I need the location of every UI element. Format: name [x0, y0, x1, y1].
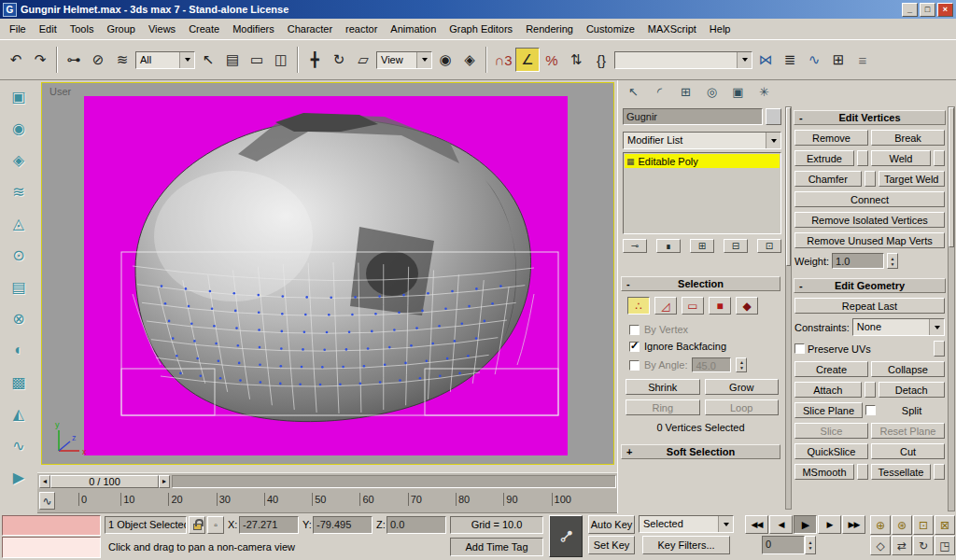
panel-scrollbar[interactable] — [785, 106, 792, 510]
grow-button[interactable]: Grow — [705, 379, 780, 395]
mini-curve-editor-button[interactable]: ∿ — [39, 492, 55, 510]
user-viewport[interactable]: User — [41, 82, 614, 465]
attach-settings-icon[interactable] — [865, 382, 876, 398]
reactor-rigid-body-collection-icon[interactable]: ▣ — [6, 86, 32, 106]
time-slider[interactable]: ◂ 0 / 100 ▸ — [37, 472, 618, 489]
menu-item[interactable]: Views — [142, 21, 182, 36]
connect-button[interactable]: Connect — [794, 191, 945, 207]
zoom-all-icon[interactable]: ⊛ — [892, 515, 912, 535]
modifier-list-dropdown[interactable]: Modifier List — [623, 132, 781, 149]
tessellate-button[interactable]: Tessellate — [871, 464, 931, 480]
panel-scrollbar[interactable] — [948, 106, 955, 511]
time-slider-right-arrow[interactable]: ▸ — [159, 475, 170, 488]
arc-rotate-icon[interactable]: ↻ — [913, 536, 934, 555]
zoom-extents-all-icon[interactable]: ⊠ — [935, 515, 955, 535]
helmet-3d-model[interactable] — [84, 96, 568, 455]
reactor-deforming-mesh-icon[interactable]: ◬ — [6, 213, 32, 233]
tab-motion[interactable]: ◎ — [702, 83, 722, 101]
menu-item[interactable]: Tools — [63, 21, 101, 36]
pin-stack-button[interactable]: ⊸ — [623, 239, 647, 253]
by-vertex-checkbox[interactable] — [629, 325, 640, 335]
z-coordinate-field[interactable]: 0.0 — [387, 516, 446, 534]
curve-editor-icon[interactable]: ∿ — [802, 48, 826, 72]
menu-item[interactable]: File — [3, 21, 33, 36]
time-slider-handle[interactable]: 0 / 100 — [50, 475, 159, 488]
make-unique-button[interactable]: ⊞ — [690, 239, 714, 253]
scrollbar-thumb[interactable] — [786, 107, 791, 266]
minimize-button[interactable]: _ — [902, 3, 918, 17]
detach-button[interactable]: Detach — [879, 382, 946, 398]
pan-icon[interactable]: ⇄ — [892, 536, 912, 555]
reactor-toy-car-icon[interactable]: ◭ — [6, 403, 32, 424]
time-slider-track[interactable] — [172, 475, 616, 488]
menu-item[interactable]: Graph Editors — [443, 21, 519, 36]
go-to-start-button[interactable]: ◀◀ — [745, 515, 768, 534]
tessellate-settings-icon[interactable] — [934, 464, 945, 480]
selection-lock-toggle[interactable] — [189, 516, 205, 534]
scrollbar-thumb[interactable] — [949, 107, 954, 247]
angle-snap-toggle-icon[interactable]: ∠ — [515, 48, 540, 72]
viewport-canvas[interactable] — [84, 96, 568, 455]
create-button[interactable]: Create — [794, 361, 868, 377]
chevron-down-icon[interactable] — [718, 516, 733, 532]
auto-key-button[interactable]: Auto Key — [588, 515, 635, 534]
absolute-mode-toggle[interactable]: ▫ — [207, 516, 224, 534]
maxscript-mini-listener[interactable] — [2, 537, 101, 558]
attach-button[interactable]: Attach — [794, 382, 862, 398]
reactor-soft-body-collection-icon[interactable]: ◈ — [6, 149, 32, 170]
menu-item[interactable]: Modifiers — [226, 21, 281, 36]
menu-item[interactable]: Group — [100, 21, 142, 36]
play-button[interactable]: ▶ — [794, 515, 817, 534]
by-angle-field[interactable]: 45.0 — [692, 357, 731, 372]
chevron-down-icon[interactable] — [416, 52, 431, 68]
y-coordinate-field[interactable]: -79.495 — [313, 516, 373, 534]
reactor-motor-icon[interactable]: ◐ — [6, 340, 32, 360]
spinner-snap-toggle-icon[interactable]: ⇅ — [564, 48, 588, 72]
min-max-toggle-icon[interactable]: ◳ — [935, 536, 955, 555]
chevron-down-icon[interactable] — [737, 52, 752, 68]
time-slider-left-arrow[interactable]: ◂ — [39, 475, 50, 488]
preserve-uvs-checkbox[interactable] — [794, 343, 805, 354]
viewport-label[interactable]: User — [49, 86, 71, 97]
stack-item-editable-poly[interactable]: ▦ Editable Poly — [625, 154, 780, 168]
unlink-selection-icon[interactable]: ⊘ — [86, 48, 110, 72]
percent-snap-toggle-icon[interactable]: % — [540, 48, 564, 72]
polygon-subobject-button[interactable]: ■ — [709, 297, 731, 315]
repeat-last-button[interactable]: Repeat Last — [794, 298, 945, 314]
edit-vertices-rollout-header[interactable]: - Edit Vertices — [794, 110, 946, 125]
msmooth-settings-icon[interactable] — [857, 464, 868, 480]
target-weld-button[interactable]: Target Weld — [879, 171, 946, 187]
maximize-button[interactable]: □ — [920, 3, 935, 17]
select-and-link-icon[interactable]: ⊶ — [62, 48, 86, 72]
window-crossing-toggle-icon[interactable]: ◫ — [269, 48, 293, 72]
edit-named-selection-sets-icon[interactable]: {} — [589, 48, 613, 72]
align-icon[interactable]: ≣ — [778, 48, 802, 72]
menu-item[interactable]: MAXScript — [641, 21, 703, 36]
schematic-view-icon[interactable]: ⊞ — [826, 48, 851, 72]
ignore-backfacing-checkbox[interactable] — [629, 342, 640, 352]
border-subobject-button[interactable]: ▭ — [682, 297, 704, 315]
select-and-scale-icon[interactable]: ▱ — [351, 48, 375, 72]
slice-plane-button[interactable]: Slice Plane — [794, 402, 863, 418]
collapse-button[interactable]: Collapse — [871, 361, 945, 377]
edit-geometry-rollout-header[interactable]: - Edit Geometry — [794, 278, 946, 293]
set-key-button[interactable]: Set Key — [588, 536, 635, 554]
go-to-end-button[interactable]: ▶▶ — [842, 515, 865, 534]
menu-item[interactable]: reactor — [339, 21, 384, 36]
key-mode-dropdown[interactable]: Selected — [639, 515, 734, 533]
tab-modify[interactable]: ◜ — [650, 83, 669, 101]
chamfer-button[interactable]: Chamfer — [794, 171, 862, 187]
mirror-icon[interactable]: ⋈ — [753, 48, 778, 72]
use-center-flyout-icon[interactable]: ◉ — [433, 48, 457, 72]
layer-manager-icon[interactable]: ≡ — [851, 48, 875, 72]
edge-subobject-button[interactable]: ◿ — [654, 297, 677, 315]
menu-item[interactable]: Edit — [33, 21, 63, 36]
shrink-button[interactable]: Shrink — [626, 379, 700, 395]
selection-filter-dropdown[interactable]: All — [135, 51, 195, 69]
select-and-manipulate-icon[interactable]: ◈ — [457, 48, 482, 72]
chevron-down-icon[interactable] — [929, 319, 944, 335]
menu-item[interactable]: Create — [182, 21, 226, 36]
by-angle-checkbox[interactable] — [629, 360, 640, 371]
menu-item[interactable]: Character — [281, 21, 339, 36]
field-of-view-icon[interactable]: ◇ — [870, 536, 891, 555]
